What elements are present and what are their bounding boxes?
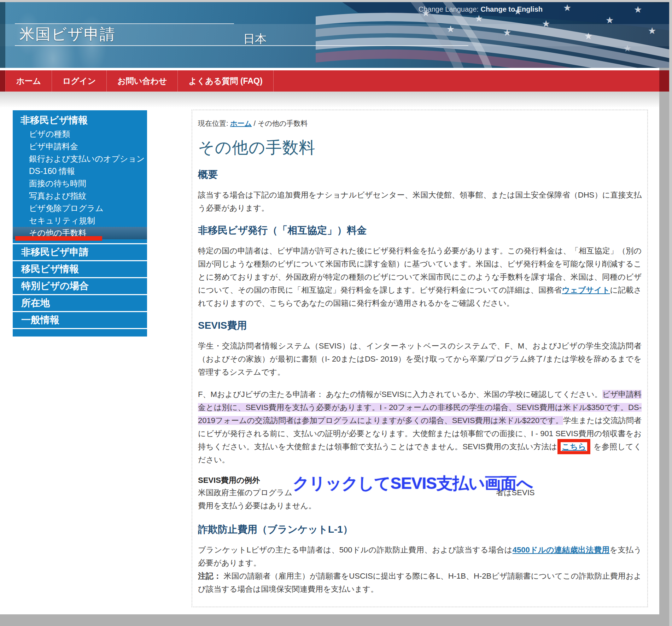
sidebar-item-general-info[interactable]: 一般情報	[13, 311, 147, 328]
note-label: 注記：	[198, 572, 221, 580]
paragraph-sevis-payment: F、MおよびJビザの主たる申請者： あなたの情報がSEVISに入力されているか、…	[198, 388, 642, 466]
heading-sevis-fee: SEVIS費用	[198, 319, 642, 332]
paragraph-note: 注記： 米国の請願者（雇用主）が請願書をUSCISに提出する際に各L、H-1B、…	[198, 569, 642, 596]
sidebar-item-niv-application[interactable]: 非移民ビザ申請	[13, 243, 147, 260]
sidebar-item-locations[interactable]: 所在地	[13, 294, 147, 311]
nav-item-contact[interactable]: お問い合わせ	[107, 70, 178, 92]
sidebar-menu: 非移民ビザ情報 ビザの種類 ビザ申請料金 銀行および支払いのオプション DS-1…	[13, 110, 147, 337]
sidebar-item-security-regulations[interactable]: セキュリティ規制	[13, 215, 147, 227]
change-language-bar: Change Language: Change to English	[419, 5, 543, 13]
note-text: 米国の請願者（雇用主）が請願書をUSCISに提出する際に各L、H-1B、H-2B…	[198, 572, 642, 593]
header-nav-divider	[0, 68, 659, 70]
breadcrumb-home-link[interactable]: ホーム	[230, 119, 252, 127]
breadcrumb: 現在位置: ホーム / その他の手数料	[198, 119, 642, 128]
annotation-red-underline	[15, 236, 102, 241]
sidebar-item-visa-fees[interactable]: ビザ申請料金	[13, 140, 147, 153]
paragraph-sevis-intro: 学生・交流訪問者情報システム（SEVIS）は、インターネットベースのシステムで、…	[198, 339, 642, 379]
site-container: ★★ ★★ ★★ ★★ ★★ ★★ 米国ビザ申請 日本 Change Langu…	[0, 2, 669, 614]
page-title: その他の手数料	[198, 137, 642, 159]
sidebar-item-visa-types[interactable]: ビザの種類	[13, 128, 147, 140]
paragraph-overview: 該当する場合は下記の追加費用をナショナルビザセンター、米国大使館、領事館、または…	[198, 188, 642, 215]
svg-text:★: ★	[475, 13, 483, 24]
svg-text:★: ★	[634, 4, 642, 15]
sidebar-item-bank-payment-options[interactable]: 銀行および支払いのオプション	[13, 153, 147, 165]
change-to-english-link[interactable]: Change to English	[480, 5, 543, 13]
svg-text:★: ★	[563, 2, 571, 13]
breadcrumb-current: / その他の手数料	[252, 119, 308, 127]
heading-reciprocity-fee: 非移民ビザ発行（「相互協定」）料金	[198, 224, 642, 237]
site-title: 米国ビザ申請	[19, 24, 116, 45]
sidebar-item-iv-info[interactable]: 移民ビザ情報	[13, 260, 147, 277]
sidebar-item-special-visa[interactable]: 特別ビザの場合	[13, 277, 147, 294]
nav-item-faq[interactable]: よくある質問 (FAQ)	[178, 70, 273, 92]
header-mid-band	[0, 46, 669, 68]
change-language-prefix: Change Language:	[419, 5, 481, 13]
sidebar-item-photos-fingerprints[interactable]: 写真および指紋	[13, 190, 147, 202]
breadcrumb-prefix: 現在位置:	[198, 119, 230, 127]
sevis-payment-kochira-link[interactable]: こちら	[561, 442, 587, 451]
annotation-blue-callout: クリックしてSEVIS支払い画面へ	[293, 473, 533, 495]
nav-item-home[interactable]: ホーム	[5, 70, 52, 92]
nav-item-login[interactable]: ログイン	[52, 70, 107, 92]
main-content: 現在位置: ホーム / その他の手数料 その他の手数料 概要 該当する場合は下記…	[192, 110, 648, 607]
country-label: 日本	[243, 31, 267, 47]
fraud-text-1: ブランケットLビザの主たる申請者は、500ドルの詐欺防止費用、および該当する場合…	[198, 545, 513, 554]
sidebar-item-ds160-info[interactable]: DS-160 情報	[13, 165, 147, 177]
sevis-exception-block: SEVIS費用の例外 米国政府主催のプログラム者はSEVIS費用を支払う必要はあ…	[198, 475, 642, 512]
page-body: 非移民ビザ情報 ビザの種類 ビザ申請料金 銀行および支払いのオプション DS-1…	[0, 92, 659, 614]
sidebar-item-visa-waiver[interactable]: ビザ免除プログラム	[13, 202, 147, 215]
paragraph-fraud-prevention: ブランケットLビザの主たる申請者は、500ドルの詐欺防止費用、および該当する場合…	[198, 543, 642, 569]
sidebar-sections: 非移民ビザ申請 移民ビザ情報 特別ビザの場合 所在地 一般情報	[13, 243, 147, 337]
site-header-banner: ★★ ★★ ★★ ★★ ★★ ★★ 米国ビザ申請 日本 Change Langu…	[0, 2, 669, 68]
paragraph-reciprocity: 特定の国の申請者は、ビザ申請が許可された後にビザ発行料金を払う必要があります。こ…	[198, 244, 642, 310]
sidebar-item-niv-info[interactable]: 非移民ビザ情報	[13, 112, 147, 128]
title-rule-bottom	[15, 45, 468, 46]
page-right-edge	[669, 0, 672, 626]
sidebar-item-wait-times[interactable]: 面接の待ち時間	[13, 177, 147, 190]
heading-fraud-prevention-fee: 詐欺防止費用（ブランケットL-1）	[198, 523, 642, 536]
sevis-text-1: F、MおよびJビザの主たる申請者： あなたの情報がSEVISに入力されているか、…	[198, 390, 602, 399]
exception-text-line2: 費用を支払う必要はありません。	[198, 501, 316, 510]
heading-overview: 概要	[198, 168, 642, 181]
header-left-edge	[0, 2, 5, 68]
exception-text-prefix: 米国政府主催のプログラム	[198, 488, 292, 497]
main-nav: ホーム ログイン お問い合わせ よくある質問 (FAQ)	[0, 70, 669, 92]
state-dept-website-link[interactable]: ウェブサイト	[562, 286, 610, 294]
consolidated-appropriations-fee-link[interactable]: 4500ドルの連結歳出法費用	[513, 545, 610, 554]
sidebar-footer-cap	[13, 328, 147, 337]
